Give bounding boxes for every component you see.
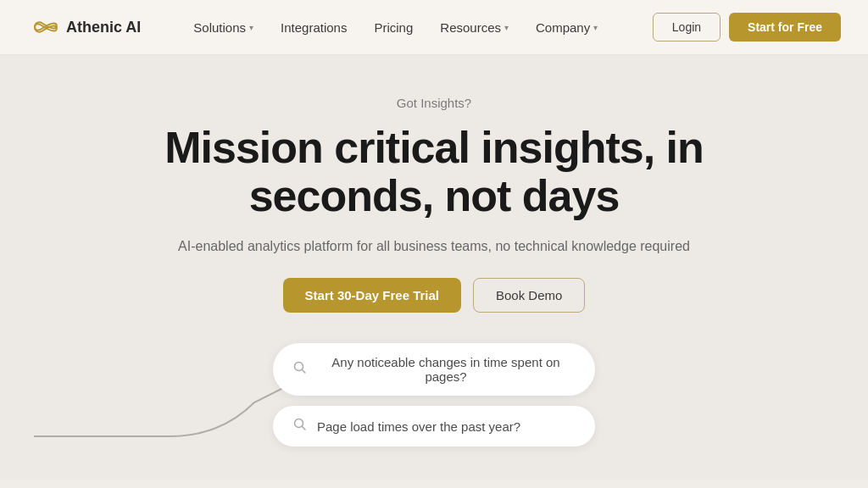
nav-item-pricing[interactable]: Pricing bbox=[362, 14, 425, 42]
start-free-button[interactable]: Start for Free bbox=[729, 13, 841, 42]
search-icon bbox=[293, 418, 307, 435]
nav-item-integrations[interactable]: Integrations bbox=[269, 14, 359, 42]
hero-section: Got Insights? Mission critical insights,… bbox=[0, 55, 868, 479]
chevron-down-icon: ▾ bbox=[249, 23, 253, 32]
logo-text: Athenic AI bbox=[66, 19, 141, 36]
chevron-down-icon: ▾ bbox=[593, 23, 598, 32]
trial-button[interactable]: Start 30-Day Free Trial bbox=[283, 278, 461, 313]
hero-ctas: Start 30-Day Free Trial Book Demo bbox=[34, 278, 834, 313]
logo[interactable]: Athenic AI bbox=[27, 17, 141, 37]
demo-button[interactable]: Book Demo bbox=[473, 278, 585, 313]
query-card-1: Any noticeable changes in time spent on … bbox=[273, 343, 595, 396]
curve-line-decoration bbox=[34, 360, 305, 462]
login-button[interactable]: Login bbox=[653, 13, 721, 42]
hero-title: Mission critical insights, in seconds, n… bbox=[34, 124, 834, 220]
search-icon bbox=[293, 361, 307, 378]
svg-line-1 bbox=[303, 370, 306, 374]
nav-item-resources[interactable]: Resources ▾ bbox=[428, 14, 520, 42]
query-card-2: Page load times over the past year? bbox=[273, 406, 595, 446]
nav-links: Solutions ▾ Integrations Pricing Resourc… bbox=[181, 14, 652, 42]
nav-item-solutions[interactable]: Solutions ▾ bbox=[181, 14, 265, 42]
hero-subtitle: AI-enabled analytics platform for all bu… bbox=[34, 239, 834, 254]
svg-line-3 bbox=[303, 427, 306, 430]
query-text-2: Page load times over the past year? bbox=[317, 419, 520, 434]
chevron-down-icon: ▾ bbox=[504, 23, 509, 32]
nav-actions: Login Start for Free bbox=[653, 13, 841, 42]
logo-icon bbox=[27, 17, 58, 37]
hero-eyebrow: Got Insights? bbox=[34, 96, 834, 110]
query-area: Any noticeable changes in time spent on … bbox=[34, 343, 834, 479]
query-text-1: Any noticeable changes in time spent on … bbox=[317, 355, 575, 384]
nav-item-company[interactable]: Company ▾ bbox=[524, 14, 609, 42]
navbar: Athenic AI Solutions ▾ Integrations Pric… bbox=[0, 0, 868, 55]
